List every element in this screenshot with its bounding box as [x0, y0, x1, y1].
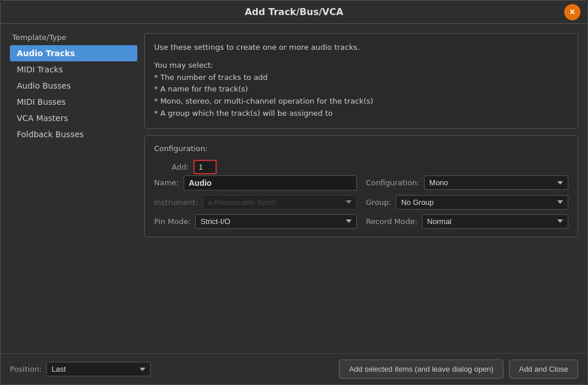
title-bar: Add Track/Bus/VCA × [1, 1, 587, 24]
close-button[interactable]: × [564, 4, 580, 20]
desc-line5: * Mono, stereo, or multi-channel operati… [154, 97, 373, 105]
sidebar-item-midi-busses[interactable]: MIDI Busses [10, 94, 137, 110]
sidebar-item-audio-tracks[interactable]: Audio Tracks [10, 45, 137, 61]
add-count-row: Add: [154, 160, 568, 174]
button-group: Add selected items (and leave dialog ope… [339, 360, 578, 379]
configuration-row: Configuration: Mono Stereo Multi [366, 175, 569, 190]
desc-line1: Use these settings to create one or more… [154, 43, 360, 52]
desc-line6: * A group which the track(s) will be ass… [154, 109, 333, 118]
description-box: Use these settings to create one or more… [144, 33, 578, 129]
group-row: Group: No Group [366, 195, 569, 210]
position-row: Position: Last First Before Selection Af… [10, 362, 151, 376]
dialog: Add Track/Bus/VCA × Template/Type Audio … [0, 0, 588, 385]
add-open-button[interactable]: Add selected items (and leave dialog ope… [339, 360, 503, 379]
instrument-select: a-Reasonable Synth [203, 195, 357, 210]
record-mode-label: Record Mode: [366, 217, 418, 226]
sidebar-item-vca-masters[interactable]: VCA Masters [10, 110, 137, 126]
position-select[interactable]: Last First Before Selection After Select… [46, 362, 151, 376]
configuration-select[interactable]: Mono Stereo Multi [424, 175, 568, 190]
group-label: Group: [366, 198, 392, 207]
pin-mode-select[interactable]: Strict-I/O Custom [195, 214, 356, 229]
add-label: Add: [154, 163, 189, 171]
desc-line2: You may select: [154, 61, 213, 69]
sidebar-item-foldback-busses[interactable]: Foldback Busses [10, 126, 137, 142]
pin-mode-row: Pin Mode: Strict-I/O Custom [154, 214, 357, 229]
config-title: Configuration: [154, 144, 568, 153]
sidebar-item-midi-tracks[interactable]: MIDI Tracks [10, 61, 137, 78]
instrument-label: Instrument: [154, 198, 198, 207]
name-row: Name: [154, 175, 357, 190]
sidebar: Template/Type Audio Tracks MIDI Tracks A… [10, 33, 137, 344]
dialog-title: Add Track/Bus/VCA [244, 6, 343, 17]
desc-line4: * A name for the track(s) [154, 85, 248, 93]
name-input[interactable] [184, 175, 357, 190]
record-mode-row: Record Mode: Normal Overdub Replace [366, 214, 569, 229]
pin-mode-label: Pin Mode: [154, 217, 191, 226]
sidebar-item-audio-busses[interactable]: Audio Busses [10, 78, 137, 94]
record-mode-select[interactable]: Normal Overdub Replace [422, 214, 568, 229]
main-content: Template/Type Audio Tracks MIDI Tracks A… [1, 24, 587, 353]
bottom-bar: Position: Last First Before Selection Af… [1, 353, 587, 384]
sidebar-label: Template/Type [10, 33, 137, 42]
right-panel: Use these settings to create one or more… [144, 33, 578, 344]
name-label: Name: [154, 178, 179, 187]
configuration-label: Configuration: [366, 178, 420, 187]
add-close-button[interactable]: Add and Close [509, 360, 578, 379]
position-label: Position: [10, 365, 42, 373]
add-count-input[interactable] [193, 160, 217, 174]
desc-line3: * The number of tracks to add [154, 73, 268, 82]
instrument-row: Instrument: a-Reasonable Synth [154, 195, 357, 210]
group-select[interactable]: No Group [396, 195, 568, 210]
config-section: Configuration: Add: Name: Configuration: [144, 135, 578, 237]
